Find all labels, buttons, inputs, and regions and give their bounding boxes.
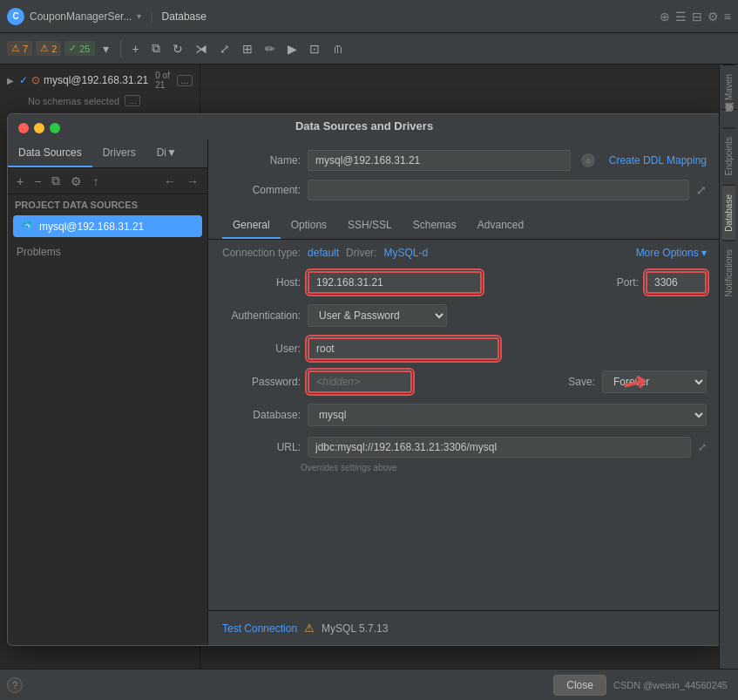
layout-icon[interactable]: ⊟ (692, 10, 702, 24)
dialog-right-panel: Name: ○ Create DDL Mapping Comment: ⤢ (208, 139, 721, 645)
conn-type-row: Connection type: default Driver: MySQL-d… (208, 240, 721, 266)
outer-footer: Close CSDN @weixin_44560245 (0, 669, 738, 700)
url-input[interactable] (308, 437, 691, 458)
test-connection-btn[interactable]: Test Connection (222, 622, 297, 635)
right-panel: Maven 行动关系大师 Endpoints Database Notifica… (719, 65, 738, 669)
tab-ssh-ssl[interactable]: SSH/SSL (337, 213, 403, 239)
tab-general[interactable]: General (222, 213, 281, 239)
console-toolbar-btn[interactable]: ▶ (283, 39, 301, 58)
edit-toolbar-btn[interactable]: ✏ (261, 39, 280, 58)
ds-item-mysql[interactable]: 🐬 mysql@192.168.31.21 (13, 215, 202, 237)
auth-row: Authentication: User & Password (208, 299, 721, 332)
url-row: URL: ⤢ (208, 432, 721, 463)
no-schemas-edit-btn[interactable]: … (125, 95, 140, 106)
overrides-text: Overrides settings above (208, 463, 721, 472)
create-ddl-btn[interactable]: Create DDL Mapping (609, 154, 707, 167)
comment-expand-icon[interactable]: ⤢ (696, 183, 707, 197)
auth-select[interactable]: User & Password (308, 304, 447, 327)
right-tab-notifications[interactable]: Notifications (722, 240, 735, 305)
password-input[interactable] (308, 370, 412, 393)
right-tab-custom[interactable]: 行动关系大师 (721, 109, 737, 127)
close-dialog-btn[interactable]: Close (553, 675, 606, 696)
export-toolbar-btn[interactable]: ⊡ (305, 39, 324, 58)
right-tab-endpoints[interactable]: Endpoints (722, 127, 735, 184)
tab-bar: General Options SSH/SSL Schemas Advanced (208, 213, 721, 240)
funnel-toolbar-btn[interactable]: ⫙ (328, 39, 349, 58)
app-dropdown-arrow[interactable]: ▾ (137, 11, 141, 21)
dropdown-expand[interactable]: ▾ (98, 39, 113, 58)
add-toolbar-btn[interactable]: + (128, 39, 144, 58)
right-tab-maven[interactable]: Maven (722, 65, 735, 109)
conn-type-value[interactable]: default (308, 247, 339, 259)
driver-value[interactable]: MySQL-d (383, 247, 428, 259)
sync-toolbar-btn[interactable]: ⤢ (215, 39, 234, 58)
save-select[interactable]: Forever (602, 370, 707, 393)
title-bar-right: ⊕ ☰ ⊟ ⚙ ≡ (660, 10, 731, 24)
test-status-text: MySQL 5.7.13 (322, 622, 388, 635)
warning-icon: ⚠ (11, 43, 20, 54)
expand-arrow[interactable]: ▶ (7, 76, 14, 85)
password-row: Password: Save: Forever (208, 365, 721, 398)
user-label: User: (222, 343, 301, 355)
edit-conn-btn[interactable]: … (177, 75, 193, 86)
host-input[interactable] (308, 271, 482, 294)
check-icon: ✓ (69, 43, 77, 54)
tab-drivers[interactable]: Drivers (92, 139, 146, 167)
form-section: Name: ○ Create DDL Mapping Comment: ⤢ (208, 139, 721, 209)
dialog-overlay: Data Sources and Drivers Data Sources Dr… (7, 113, 721, 646)
filter-toolbar-btn[interactable]: ⧕ (191, 39, 212, 58)
success-badge: ✓ 25 (64, 41, 94, 56)
ds-nav-back[interactable]: ← (160, 173, 179, 190)
driver-label: Driver: (346, 247, 376, 259)
ds-item-icon: 🐬 (20, 220, 34, 233)
error-badge: ⚠ 2 (36, 41, 61, 56)
problems-label[interactable]: Problems (8, 239, 207, 265)
ds-nav-fwd[interactable]: → (183, 173, 202, 190)
ds-add-btn[interactable]: + (13, 173, 27, 190)
comment-input[interactable] (308, 180, 689, 200)
table-toolbar-btn[interactable]: ⊞ (238, 39, 257, 58)
tab-data-sources[interactable]: Data Sources (8, 139, 92, 167)
ds-copy-btn[interactable]: ⧉ (48, 172, 64, 190)
mysql-icon: ⊙ (31, 74, 40, 86)
ds-settings-btn[interactable]: ⚙ (67, 173, 85, 190)
tab-options[interactable]: Options (281, 213, 337, 239)
copy-toolbar-btn[interactable]: ⧉ (147, 38, 165, 58)
name-expand-btn[interactable]: ○ (581, 153, 595, 167)
toolbar-separator (120, 40, 121, 58)
warning-badge: ⚠ 7 (7, 41, 32, 56)
help-btn[interactable]: ? (7, 677, 23, 693)
conn-label: mysql@192.168.31.21 (44, 74, 148, 86)
user-input[interactable] (308, 337, 499, 360)
settings-icon[interactable]: ⚙ (708, 10, 719, 24)
globe-icon[interactable]: ⊕ (660, 10, 670, 24)
url-expand-icon[interactable]: ⤢ (698, 441, 707, 453)
connection-item[interactable]: ▶ ✓ ⊙ mysql@192.168.31.21 0 of 21 … (0, 68, 200, 92)
title-bar-left: C CouponManagerSer... ▾ | Database (7, 8, 660, 25)
app-name: CouponManagerSer... (30, 10, 132, 23)
dialog-left-panel: Data Sources Drivers Di▼ + − ⧉ ⚙ ↑ ← → P… (8, 139, 208, 645)
list-icon[interactable]: ☰ (675, 10, 687, 24)
database-label: Database: (222, 409, 301, 421)
port-input[interactable] (646, 271, 707, 294)
ds-export-btn[interactable]: ↑ (89, 173, 102, 190)
name-label: Name: (222, 154, 301, 167)
window-title: Database (162, 10, 207, 23)
tab-di[interactable]: Di▼ (146, 139, 187, 167)
app-icon: C (7, 8, 24, 25)
ds-item-label: mysql@192.168.31.21 (39, 221, 144, 233)
tab-advanced[interactable]: Advanced (467, 213, 534, 239)
database-select[interactable]: mysql (308, 404, 707, 426)
watermark-text: CSDN @weixin_44560245 (613, 680, 728, 690)
title-bar: C CouponManagerSer... ▾ | Database ⊕ ☰ ⊟… (0, 0, 738, 33)
project-label: PROJECT DATA SOURCES (8, 194, 207, 214)
right-tab-database[interactable]: Database (722, 185, 735, 241)
refresh-toolbar-btn[interactable]: ↻ (168, 39, 187, 58)
ds-remove-btn[interactable]: − (30, 173, 44, 190)
menu-icon[interactable]: ≡ (724, 10, 731, 24)
tab-schemas[interactable]: Schemas (403, 213, 467, 239)
name-input[interactable] (308, 150, 571, 171)
dialog-title: Data Sources and Drivers (8, 119, 721, 139)
conn-badge: 0 of 21 (155, 71, 172, 90)
more-options-btn[interactable]: More Options ▾ (636, 247, 707, 259)
